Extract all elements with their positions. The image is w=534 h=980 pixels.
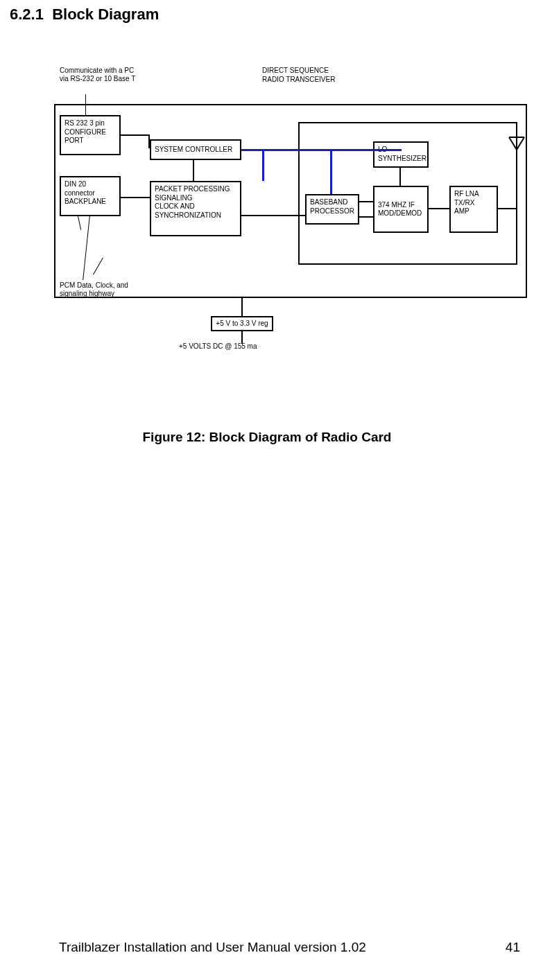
block-diagram: DIRECT SEQUENCE RADIO TRANSCEIVER Commun… <box>54 67 526 358</box>
section-number: 6.2.1 <box>10 6 44 23</box>
connector-line <box>399 168 401 186</box>
power-input-label: +5 VOLTS DC @ 155 ma <box>179 342 257 350</box>
connector-line <box>241 298 243 316</box>
section-heading: 6.2.1 Block Diagram <box>10 6 159 24</box>
block-voltage-regulator: +5 V to 3.3 V reg <box>211 316 273 331</box>
block-config-port: RS 232 3 pin CONFIGURE PORT <box>60 115 121 155</box>
block-backplane: DIN 20 connector BACKPLANE <box>60 176 121 216</box>
connector-line <box>193 160 194 181</box>
note-pcm: PCM Data, Clock, and signaling highway <box>60 281 136 298</box>
antenna-icon <box>508 136 526 186</box>
connector-line <box>241 215 305 216</box>
svg-line-1 <box>509 137 517 150</box>
connector-line <box>498 208 516 209</box>
block-rf-lna-amp: RF LNA TX/RX AMP <box>449 186 498 233</box>
note-communicate: Communicate with a PC via RS-232 or 10 B… <box>60 67 136 83</box>
block-packet-processing: PACKET PROCESSING SIGNALING CLOCK AND SY… <box>150 181 241 236</box>
block-lo-synthesizer: LO SYNTHESIZER <box>373 141 429 168</box>
bus-line <box>330 149 332 194</box>
bus-line <box>241 149 401 151</box>
footer-doc-title: Trailblazer Installation and User Manual… <box>59 940 366 955</box>
connector-line <box>359 201 373 202</box>
figure-caption: Figure 12: Block Diagram of Radio Card <box>0 430 534 445</box>
connector-line <box>516 184 517 209</box>
connector-line <box>121 134 150 136</box>
transceiver-group-label: DIRECT SEQUENCE RADIO TRANSCEIVER <box>262 67 335 84</box>
bus-line <box>262 149 264 181</box>
block-baseband-processor: BASEBAND PROCESSOR <box>305 194 359 225</box>
footer-page-number: 41 <box>506 940 520 955</box>
bus-line <box>399 149 402 151</box>
section-title-text: Block Diagram <box>52 6 159 23</box>
connector-line <box>241 331 243 344</box>
page-footer: Trailblazer Installation and User Manual… <box>59 940 520 955</box>
svg-line-2 <box>517 137 524 150</box>
connector-line <box>359 216 373 218</box>
connector-line <box>148 134 150 148</box>
connector-line <box>121 197 150 198</box>
connector-line <box>429 208 449 209</box>
leader-line <box>85 94 86 115</box>
block-system-controller: SYSTEM CONTROLLER <box>150 139 241 160</box>
block-if-mod-demod: 374 MHZ IF MOD/DEMOD <box>373 186 429 233</box>
